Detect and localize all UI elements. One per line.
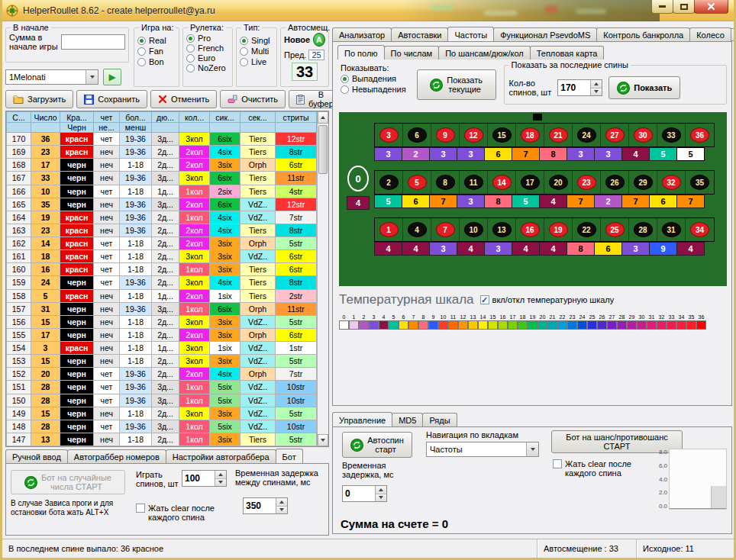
autoshift-icon[interactable]: A [313, 33, 325, 47]
tab-контроль-банкролла[interactable]: Контроль банкролла [596, 27, 690, 41]
table-row[interactable]: 16016краснчет1-182д...1кол3sixTiers6str [7, 263, 317, 276]
table-row[interactable]: 15517черннеч1-182д...2кол3sixOrph6str [7, 328, 317, 341]
table-row[interactable]: 16817черннеч1-182д...2кол3sixOrph6str [7, 159, 317, 172]
tabs-scroll-left-icon[interactable]: ◄ [731, 28, 736, 41]
table-row[interactable]: 16214краснчет1-182д...2кол3sixOrph5str [7, 237, 317, 250]
table-row[interactable]: 1585красннеч1-181д...2кол1sixTiers2str [7, 289, 317, 302]
scroll-up-icon[interactable] [318, 111, 328, 124]
tab-частоты[interactable]: Частоты [447, 27, 494, 41]
show-current-button[interactable]: Показать текущие [417, 69, 496, 100]
temp-scale-checkbox[interactable]: вкл/откл температурную шкалу [480, 295, 615, 304]
nav-tabs-combo[interactable]: Частоты [426, 442, 539, 457]
radio-fan[interactable]: Fan [137, 47, 176, 56]
table-row[interactable]: 14713черннеч1-182д...1кол3sixTiers5str [7, 433, 317, 446]
table-row[interactable]: 15028чернчет19-363д...1кол5sixVdZ..10str [7, 394, 317, 407]
board-number-35[interactable]: 35 [686, 171, 714, 194]
toolbar-button-отменить[interactable]: Отменить [150, 90, 217, 108]
spin-up-icon[interactable] [276, 498, 287, 507]
tab-ручной-ввод[interactable]: Ручной ввод [5, 449, 68, 463]
board-number-1[interactable]: 1 [375, 218, 403, 241]
radio-multi[interactable]: Multi [240, 47, 273, 56]
radio-live[interactable]: Live [240, 57, 273, 66]
table-row[interactable]: 15731черннеч19-363д...1кол6sixOrph11str [7, 302, 317, 315]
subtab-по-шансам-дюж-кол[interactable]: По шансам/дюж/кол [438, 46, 531, 60]
random-bot-start-button[interactable]: Бот на случайные числа СТАРТ [11, 470, 125, 494]
table-row[interactable]: 14915черннеч1-182д...3кол3sixVdZ..5str [7, 407, 317, 420]
spin-down-icon[interactable] [276, 507, 287, 514]
tab-автограббер-номеров[interactable]: Автограббер номеров [67, 449, 166, 463]
radio-невыпадения[interactable]: Невыпадения [341, 85, 406, 94]
board-number-2[interactable]: 2 [375, 171, 403, 194]
table-row[interactable]: 17036краснчет19-363д...3кол6sixTiers12st… [7, 133, 317, 146]
clear-after-spin-checkbox[interactable]: Жать clear после каждого спина [553, 459, 631, 478]
titlebar[interactable]: HelperRoullet 8.62 - create helperroulle… [0, 0, 736, 21]
chevron-down-icon[interactable] [526, 443, 538, 456]
table-row[interactable]: 15315черннеч1-182д...3кол3sixVdZ..5str [7, 355, 317, 368]
radio-bon[interactable]: Bon [137, 57, 176, 66]
board-number-24[interactable]: 24 [573, 124, 601, 146]
board-number-15[interactable]: 15 [488, 124, 516, 146]
tab-колесо[interactable]: Колесо [689, 27, 731, 41]
chevron-down-icon[interactable] [86, 70, 98, 84]
table-row[interactable]: 16419красннеч19-362д...1кол4sixVdZ..7str [7, 211, 317, 224]
table-scrollbar[interactable] [317, 111, 328, 446]
table-row[interactable]: 15128чернчет19-363д...1кол5sixVdZ..10str [7, 381, 317, 394]
scrollbar-thumb[interactable] [318, 125, 328, 174]
spin-up-icon[interactable] [376, 486, 386, 494]
board-number-17[interactable]: 17 [516, 171, 544, 194]
spin-down-icon[interactable] [591, 89, 602, 96]
checkbox-box[interactable] [553, 459, 562, 468]
table-row[interactable]: 15220чернчет19-362д...2кол4sixOrph7str [7, 368, 317, 381]
board-number-36[interactable]: 36 [686, 124, 714, 146]
board-number-28[interactable]: 28 [629, 218, 657, 241]
radio-nozero[interactable]: NoZero [186, 64, 229, 72]
tab-управление[interactable]: Управление [332, 412, 392, 426]
toolbar-button-очистить[interactable]: Очистить [220, 90, 286, 108]
board-number-29[interactable]: 29 [629, 171, 657, 194]
tab-настройки-автограббера[interactable]: Настройки автограббера [166, 449, 276, 463]
board-number-34[interactable]: 34 [686, 218, 714, 241]
board-number-20[interactable]: 20 [544, 171, 573, 194]
spins-count-input[interactable] [182, 471, 215, 486]
close-button[interactable] [694, 0, 728, 14]
tab-автоставки[interactable]: Автоставки [391, 27, 448, 41]
tab-функционал-psevdoms[interactable]: Функционал PsevdoMS [493, 27, 597, 41]
show-button[interactable]: Показать [608, 76, 680, 99]
board-number-4[interactable]: 4 [403, 218, 431, 241]
toolbar-button-сохранить[interactable]: Сохранить [76, 90, 147, 108]
table-row[interactable]: 15615черннеч1-182д...3кол3sixVdZ..5str [7, 315, 317, 328]
subtab-тепловая-карта[interactable]: Тепловая карта [530, 46, 605, 60]
spin-up-icon[interactable] [215, 471, 226, 479]
board-number-3[interactable]: 3 [375, 124, 403, 146]
table-row[interactable]: 1543красннеч1-181д...3кол1sixVdZ..1str [7, 342, 317, 355]
maximize-button[interactable] [673, 0, 695, 14]
tab-бот[interactable]: Бот [276, 449, 303, 463]
zero-number[interactable]: 0 [347, 166, 369, 191]
board-number-25[interactable]: 25 [601, 218, 629, 241]
minimize-button[interactable] [651, 0, 673, 14]
play-button[interactable]: ▶ [103, 69, 121, 85]
table-row[interactable]: 14828чернчет19-363д...1кол5sixVdZ..10str [7, 420, 317, 433]
board-number-18[interactable]: 18 [516, 124, 544, 146]
board-number-19[interactable]: 19 [544, 218, 573, 241]
spin-down-icon[interactable] [215, 479, 226, 487]
spin-up-icon[interactable] [591, 80, 602, 89]
freq-spins-input[interactable] [558, 80, 590, 95]
board-number-11[interactable]: 11 [460, 171, 488, 194]
board-number-7[interactable]: 7 [431, 218, 460, 241]
board-number-22[interactable]: 22 [573, 218, 601, 241]
start-sum-input[interactable] [61, 34, 125, 50]
board-number-16[interactable]: 16 [516, 218, 544, 241]
board-number-5[interactable]: 5 [403, 171, 431, 194]
board-number-26[interactable]: 26 [601, 171, 629, 194]
board-number-33[interactable]: 33 [657, 124, 686, 146]
autospin-start-button[interactable]: Автоспин старт [342, 432, 412, 458]
table-row[interactable]: 16118краснчет1-182д...3кол3sixVdZ..6str [7, 250, 317, 263]
board-handle[interactable] [533, 114, 542, 121]
subtab-по-числам[interactable]: По числам [384, 46, 440, 60]
table-row[interactable]: 16535черннеч19-363д...2кол6sixVdZ..12str [7, 198, 317, 211]
tab-ряды[interactable]: Ряды [422, 413, 457, 426]
table-row[interactable]: 16733черннеч19-363д...3кол6sixTiers11str [7, 172, 317, 185]
checkbox-box[interactable] [136, 504, 145, 513]
radio-euro[interactable]: Euro [186, 54, 229, 63]
